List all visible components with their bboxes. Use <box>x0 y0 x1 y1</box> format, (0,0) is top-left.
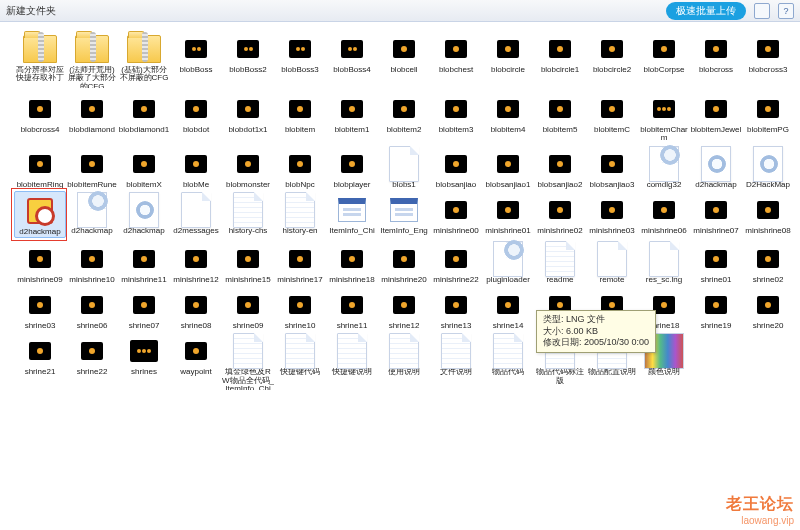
file-item[interactable]: blobCorpse <box>638 30 690 88</box>
file-item[interactable]: blobitemRune <box>66 145 118 189</box>
file-item[interactable]: blobitem <box>274 90 326 143</box>
file-item[interactable]: blobcross3 <box>742 30 794 88</box>
file-item[interactable]: blobitemCharm <box>638 90 690 143</box>
file-item[interactable]: ItemInfo_Eng <box>378 191 430 237</box>
file-item[interactable]: minishrine18 <box>326 240 378 284</box>
file-item[interactable]: blobBoss3 <box>274 30 326 88</box>
file-item[interactable]: minishrine10 <box>66 240 118 284</box>
file-item[interactable]: waypoint <box>170 332 222 390</box>
file-item[interactable]: blobsanjiao3 <box>586 145 638 189</box>
file-item[interactable]: blobsanjiao2 <box>534 145 586 189</box>
file-item[interactable]: comdlg32 <box>638 145 690 189</box>
file-item[interactable]: shrine01 <box>690 240 742 284</box>
file-item[interactable]: shrine08 <box>170 286 222 330</box>
file-item[interactable]: D2HackMap <box>742 145 794 189</box>
file-item[interactable]: blobitem3 <box>430 90 482 143</box>
file-item[interactable]: blobcross <box>690 30 742 88</box>
file-item[interactable]: blobitem2 <box>378 90 430 143</box>
file-item[interactable]: shrine11 <box>326 286 378 330</box>
file-item[interactable]: shrine12 <box>378 286 430 330</box>
file-item[interactable]: minishrine07 <box>690 191 742 237</box>
file-item[interactable]: d2hackmap <box>118 191 170 237</box>
file-item[interactable]: history-chs <box>222 191 274 237</box>
file-item[interactable]: blobitemPG <box>742 90 794 143</box>
file-item[interactable]: (基础)大部分不屏蔽的CFG <box>118 30 170 88</box>
file-item[interactable]: blobcircle <box>482 30 534 88</box>
file-item[interactable]: 填金绿色及RW物品全代码_ItemInfo_Chi <box>222 332 274 390</box>
file-item[interactable]: blobBoss2 <box>222 30 274 88</box>
file-item[interactable]: remote <box>586 240 638 284</box>
file-item[interactable]: minishrine09 <box>14 240 66 284</box>
file-item[interactable]: blobitemX <box>118 145 170 189</box>
file-item[interactable]: shrine21 <box>14 332 66 390</box>
file-item[interactable]: pluginloader <box>482 240 534 284</box>
file-item[interactable]: shrine03 <box>14 286 66 330</box>
file-item[interactable]: d2hackmap <box>14 191 66 237</box>
upload-button[interactable]: 极速批量上传 <box>666 2 746 20</box>
file-item[interactable]: shrine02 <box>742 240 794 284</box>
file-item[interactable]: 文件说明 <box>430 332 482 390</box>
file-item[interactable]: blobdot1x1 <box>222 90 274 143</box>
file-item[interactable]: minishrine01 <box>482 191 534 237</box>
file-item[interactable]: blobitem5 <box>534 90 586 143</box>
file-item[interactable]: blobs1 <box>378 145 430 189</box>
file-item[interactable]: blobMe <box>170 145 222 189</box>
file-item[interactable]: d2hackmap <box>66 191 118 237</box>
file-item[interactable]: blobdot <box>170 90 222 143</box>
file-item[interactable]: shrine20 <box>742 286 794 330</box>
file-item[interactable]: shrine22 <box>66 332 118 390</box>
file-item[interactable]: blobdiamond <box>66 90 118 143</box>
file-item[interactable]: shrine14 <box>482 286 534 330</box>
file-item[interactable]: blobplayer <box>326 145 378 189</box>
file-item[interactable]: (法师开荒用)屏蔽了大部分的CFG <box>66 30 118 88</box>
file-item[interactable]: ItemInfo_Chi <box>326 191 378 237</box>
view-grid-icon[interactable] <box>754 3 770 19</box>
file-item[interactable]: blobNpc <box>274 145 326 189</box>
file-item[interactable]: blobmonster <box>222 145 274 189</box>
file-item[interactable]: history-en <box>274 191 326 237</box>
file-item[interactable]: blobBoss <box>170 30 222 88</box>
file-item[interactable]: minishrine06 <box>638 191 690 237</box>
file-item[interactable]: blobsanjiao1 <box>482 145 534 189</box>
file-item[interactable]: shrine13 <box>430 286 482 330</box>
file-item[interactable]: shrines <box>118 332 170 390</box>
file-item[interactable]: shrine10 <box>274 286 326 330</box>
file-item[interactable]: blobitem1 <box>326 90 378 143</box>
file-item[interactable]: blobsanjiao <box>430 145 482 189</box>
file-item[interactable]: 快捷键说明 <box>326 332 378 390</box>
file-item[interactable]: shrine19 <box>690 286 742 330</box>
file-item[interactable]: 快捷键代码 <box>274 332 326 390</box>
file-item[interactable]: shrine06 <box>66 286 118 330</box>
file-item[interactable]: blobBoss4 <box>326 30 378 88</box>
file-item[interactable]: minishrine12 <box>170 240 222 284</box>
file-item[interactable]: res_sc.lng <box>638 240 690 284</box>
file-item[interactable]: minishrine20 <box>378 240 430 284</box>
file-item[interactable]: shrine09 <box>222 286 274 330</box>
file-item[interactable]: readme <box>534 240 586 284</box>
file-item[interactable]: blobitemC <box>586 90 638 143</box>
file-item[interactable]: minishrine11 <box>118 240 170 284</box>
file-item[interactable]: shrine07 <box>118 286 170 330</box>
file-item[interactable]: minishrine02 <box>534 191 586 237</box>
file-item[interactable]: blobitem4 <box>482 90 534 143</box>
file-item[interactable]: minishrine17 <box>274 240 326 284</box>
help-icon[interactable]: ? <box>778 3 794 19</box>
file-item[interactable]: minishrine22 <box>430 240 482 284</box>
file-item[interactable]: blobcircle2 <box>586 30 638 88</box>
file-item[interactable]: blobitemRing <box>14 145 66 189</box>
file-item[interactable]: minishrine00 <box>430 191 482 237</box>
file-item[interactable]: blobcell <box>378 30 430 88</box>
file-item[interactable]: blobchest <box>430 30 482 88</box>
file-item[interactable]: d2messages <box>170 191 222 237</box>
file-item[interactable]: minishrine03 <box>586 191 638 237</box>
file-item[interactable]: 使用说明 <box>378 332 430 390</box>
file-item[interactable]: d2hackmap <box>690 145 742 189</box>
file-item[interactable]: minishrine15 <box>222 240 274 284</box>
file-item[interactable]: blobcircle1 <box>534 30 586 88</box>
file-item[interactable]: 高分辨率对应快捷存取补丁 <box>14 30 66 88</box>
file-item[interactable]: blobcross4 <box>14 90 66 143</box>
file-item[interactable]: blobdiamond1 <box>118 90 170 143</box>
file-item[interactable]: minishrine08 <box>742 191 794 237</box>
file-item[interactable]: blobitemJewel <box>690 90 742 143</box>
file-item[interactable]: 物品代码 <box>482 332 534 390</box>
